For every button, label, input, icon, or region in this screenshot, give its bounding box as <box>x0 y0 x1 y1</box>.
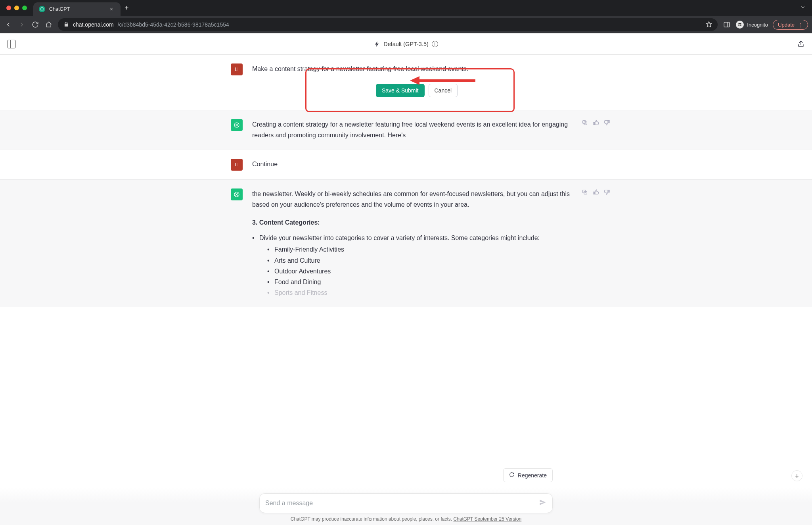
message-user: LI Make a content strategy for a newslet… <box>0 55 812 110</box>
model-indicator[interactable]: Default (GPT-3.5) i <box>374 41 438 47</box>
tabs-overflow-icon[interactable] <box>797 4 809 12</box>
info-icon[interactable]: i <box>432 41 438 47</box>
message-text: Creating a content strategy for a newsle… <box>252 119 581 140</box>
browser-chrome: ChatGPT × + chat.openai.com/c/d3b84bd5-4… <box>0 0 812 33</box>
message-text: Continue <box>252 159 581 169</box>
browser-tab[interactable]: ChatGPT × <box>33 2 121 16</box>
message-assistant: Creating a content strategy for a newsle… <box>0 110 812 149</box>
reload-button[interactable] <box>31 20 40 29</box>
model-label: Default (GPT-3.5) <box>383 41 429 47</box>
app: Default (GPT-3.5) i LI Make a content st… <box>0 33 812 525</box>
list-item: Food and Dining <box>267 277 581 287</box>
message-input[interactable] <box>265 500 539 507</box>
avatar-initials: LI <box>235 162 239 167</box>
thumbs-up-icon[interactable] <box>592 188 599 196</box>
list-item: Family-Friendly Activities <box>267 244 581 255</box>
home-button[interactable] <box>44 20 53 29</box>
cancel-button[interactable]: Cancel <box>429 84 458 97</box>
message-text[interactable]: Make a content strategy for a newsletter… <box>252 63 581 74</box>
list-item: Divide your newsletter into categories t… <box>252 233 581 298</box>
tab-title: ChatGPT <box>49 6 104 12</box>
save-submit-button[interactable]: Save & Submit <box>376 84 425 97</box>
share-button[interactable] <box>797 40 805 48</box>
close-window-icon[interactable] <box>6 6 11 10</box>
copy-icon[interactable] <box>581 188 588 196</box>
list-item: Sports and Fitness <box>267 287 581 298</box>
bookmark-icon[interactable] <box>706 21 712 29</box>
tab-favicon-icon <box>39 6 45 12</box>
new-tab-button[interactable]: + <box>121 4 133 12</box>
list-text: Divide your newsletter into categories t… <box>259 235 540 241</box>
list-text: Outdoor Adventures <box>274 268 331 275</box>
thumbs-down-icon[interactable] <box>603 188 611 196</box>
url-path: /c/d3b84bd5-45da-42c2-b586-98178a5c1554 <box>118 21 229 28</box>
chat-content: LI Make a content strategy for a newslet… <box>0 55 812 525</box>
disclaimer: ChatGPT may produce inaccurate informati… <box>0 516 812 522</box>
avatar: LI <box>231 159 243 171</box>
list-text: Food and Dining <box>274 279 321 285</box>
incognito-indicator[interactable]: Incognito <box>736 21 768 29</box>
list-text: Family-Friendly Activities <box>274 246 344 253</box>
maximize-window-icon[interactable] <box>22 6 27 10</box>
svg-marker-1 <box>707 21 712 27</box>
svg-point-4 <box>738 24 740 25</box>
refresh-icon <box>509 472 515 479</box>
update-label: Update <box>778 22 795 28</box>
edit-buttons: Save & Submit Cancel <box>252 80 581 101</box>
regenerate-label: Regenerate <box>518 472 547 479</box>
svg-point-0 <box>40 8 44 11</box>
scroll-area[interactable]: LI Make a content strategy for a newslet… <box>0 55 812 525</box>
avatar: LI <box>231 63 243 75</box>
composer[interactable] <box>259 493 553 513</box>
tab-close-icon[interactable]: × <box>108 6 115 12</box>
avatar <box>231 119 243 131</box>
incognito-label: Incognito <box>747 22 768 28</box>
address-bar[interactable]: chat.openai.com/c/d3b84bd5-45da-42c2-b58… <box>58 18 718 31</box>
message-user: LI Continue <box>0 150 812 179</box>
app-topbar: Default (GPT-3.5) i <box>0 33 812 55</box>
message-assistant: the newsletter. Weekly or bi-weekly sche… <box>0 179 812 307</box>
scroll-down-button[interactable] <box>791 470 802 481</box>
section-heading: 3. Content Categories: <box>252 219 320 226</box>
list-item: Outdoor Adventures <box>267 266 581 277</box>
footer: Regenerate ChatGPT may produce inaccurat… <box>0 488 812 525</box>
avatar <box>231 188 243 200</box>
panel-icon[interactable] <box>722 20 731 29</box>
list-text: Arts and Culture <box>274 257 320 264</box>
svg-point-5 <box>740 24 742 25</box>
kebab-icon: ⋮ <box>798 22 803 28</box>
regenerate-button[interactable]: Regenerate <box>503 468 553 482</box>
update-button[interactable]: Update ⋮ <box>773 20 808 30</box>
thumbs-down-icon[interactable] <box>603 119 611 126</box>
incognito-icon <box>736 21 744 29</box>
titlebar: ChatGPT × + <box>0 0 812 16</box>
message-actions <box>581 119 611 126</box>
copy-icon[interactable] <box>581 119 588 126</box>
window-controls <box>6 6 27 10</box>
avatar-initials: LI <box>235 67 239 72</box>
message-text: the newsletter. Weekly or bi-weekly sche… <box>252 188 581 210</box>
thumbs-up-icon[interactable] <box>592 119 599 126</box>
address-bar-row: chat.openai.com/c/d3b84bd5-45da-42c2-b58… <box>0 16 812 33</box>
back-button[interactable] <box>4 20 13 29</box>
bolt-icon <box>374 41 380 47</box>
list-text: Sports and Fitness <box>274 289 327 296</box>
forward-button[interactable] <box>17 20 26 29</box>
lock-icon <box>63 21 69 28</box>
svg-rect-2 <box>724 22 730 27</box>
message-actions <box>581 188 611 196</box>
url-host: chat.openai.com <box>73 21 114 28</box>
sidebar-toggle-button[interactable] <box>7 40 16 48</box>
disclaimer-text: ChatGPT may produce inaccurate informati… <box>291 516 454 522</box>
disclaimer-link[interactable]: ChatGPT September 25 Version <box>453 516 521 522</box>
list-item: Arts and Culture <box>267 255 581 266</box>
minimize-window-icon[interactable] <box>14 6 19 10</box>
send-button[interactable] <box>539 498 547 508</box>
